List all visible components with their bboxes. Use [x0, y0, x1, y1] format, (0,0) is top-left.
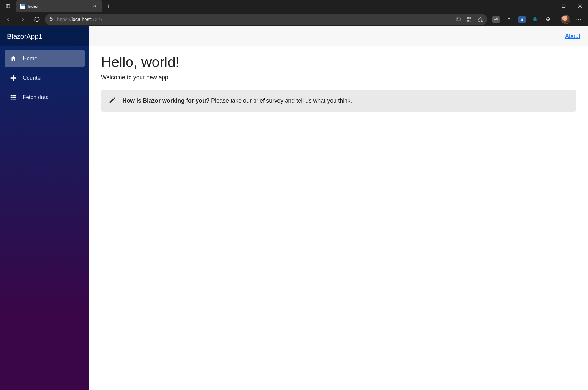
svg-rect-12 — [457, 18, 458, 20]
survey-after-link: and tell us what you think. — [283, 97, 352, 104]
list-icon — [10, 94, 17, 101]
page-content: Hello, world! Welcome to your new app. H… — [89, 46, 588, 119]
window-close-button[interactable] — [572, 0, 588, 12]
svg-rect-29 — [11, 77, 16, 79]
pencil-icon — [109, 96, 117, 105]
tab-close-button[interactable] — [91, 4, 98, 9]
ext-dark-icon[interactable] — [503, 14, 514, 25]
read-aloud-icon[interactable] — [455, 16, 461, 23]
svg-point-22 — [508, 20, 508, 20]
app-brand[interactable]: BlazorApp1 — [0, 26, 89, 46]
svg-rect-7 — [562, 5, 565, 8]
site-info-button[interactable] — [49, 16, 54, 23]
survey-text: How is Blazor working for you? Please ta… — [122, 97, 352, 104]
survey-before-link: Please take our — [209, 97, 253, 104]
nav-back-button[interactable] — [2, 14, 15, 25]
about-link[interactable]: About — [565, 33, 580, 39]
home-icon — [10, 55, 17, 62]
window-maximize-button[interactable] — [556, 0, 572, 12]
nav-item-counter[interactable]: Counter — [5, 70, 85, 86]
survey-banner: How is Blazor working for you? Please ta… — [101, 90, 576, 112]
svg-point-21 — [508, 18, 510, 19]
nav-item-label: Fetch data — [23, 94, 49, 101]
page-viewport: BlazorApp1 Home Counter Fetch data — [0, 26, 588, 390]
welcome-text: Welcome to your new app. — [101, 74, 576, 81]
address-bar[interactable]: https://localhost:7227 — [45, 14, 487, 25]
window-controls — [539, 0, 588, 12]
extensions-menu-button[interactable] — [542, 14, 553, 25]
svg-point-24 — [510, 20, 510, 20]
svg-rect-33 — [12, 97, 16, 98]
survey-bold: How is Blazor working for you? — [122, 97, 209, 104]
browser-tab-active[interactable]: Index — [16, 0, 102, 12]
svg-rect-16 — [470, 20, 470, 20]
svg-rect-31 — [12, 95, 16, 97]
svg-rect-34 — [11, 99, 12, 100]
svg-point-27 — [580, 19, 581, 19]
svg-rect-14 — [470, 17, 471, 19]
app-main: About Hello, world! Welcome to your new … — [89, 26, 588, 390]
profile-avatar[interactable] — [560, 14, 571, 25]
nav-item-label: Counter — [23, 75, 42, 81]
svg-rect-35 — [12, 99, 16, 100]
favicon-icon — [20, 4, 25, 9]
svg-rect-30 — [11, 95, 12, 97]
new-tab-button[interactable] — [102, 0, 115, 12]
browser-titlebar: Index — [0, 0, 588, 12]
nav-list: Home Counter Fetch data — [0, 46, 89, 110]
svg-rect-17 — [471, 21, 471, 21]
nav-item-fetch-data[interactable]: Fetch data — [5, 89, 85, 106]
svg-rect-13 — [467, 17, 469, 19]
svg-rect-32 — [11, 97, 12, 98]
nav-refresh-button[interactable] — [30, 14, 43, 25]
svg-point-23 — [509, 20, 509, 20]
nav-forward-button[interactable] — [16, 14, 29, 25]
ext-s-icon[interactable]: S — [516, 14, 527, 25]
survey-link[interactable]: brief survey — [253, 97, 283, 104]
nav-item-home[interactable]: Home — [5, 50, 85, 67]
favorites-icon[interactable] — [477, 16, 483, 23]
ext-ublock-icon[interactable]: uD — [491, 14, 502, 25]
toolbar-divider — [557, 16, 557, 23]
tab-actions-button[interactable] — [0, 0, 16, 12]
app-sidebar: BlazorApp1 Home Counter Fetch data — [0, 26, 89, 390]
nav-item-label: Home — [23, 55, 37, 62]
qr-code-icon[interactable] — [466, 16, 472, 23]
browser-extensions: uD S ⚛ — [489, 14, 586, 25]
svg-rect-0 — [6, 5, 10, 8]
tab-title: Index — [28, 4, 88, 9]
window-minimize-button[interactable] — [539, 0, 556, 12]
ext-react-icon[interactable]: ⚛ — [529, 14, 540, 25]
app-topbar: About — [89, 26, 588, 46]
url-text: https://localhost:7227 — [57, 17, 103, 22]
svg-point-25 — [577, 19, 577, 19]
app-brand-label: BlazorApp1 — [7, 32, 42, 40]
svg-point-26 — [578, 19, 579, 19]
page-heading: Hello, world! — [101, 54, 576, 70]
browser-menu-button[interactable] — [573, 14, 584, 25]
svg-rect-10 — [50, 18, 52, 20]
plus-icon — [10, 74, 17, 82]
svg-rect-15 — [467, 20, 469, 21]
browser-toolbar: https://localhost:7227 uD S ⚛ — [0, 12, 588, 26]
